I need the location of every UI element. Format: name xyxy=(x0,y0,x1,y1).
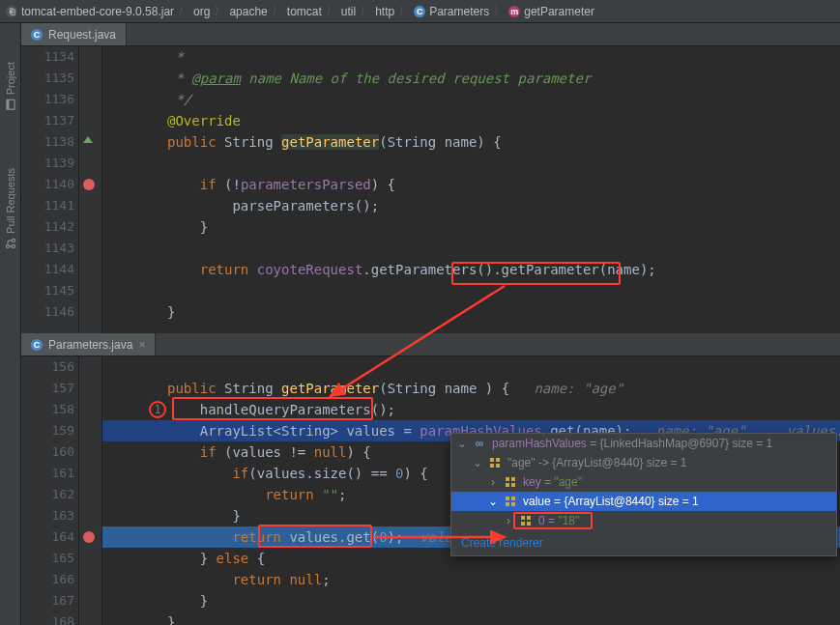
debug-var-row[interactable]: ⌄paramHashValues = {LinkedHashMap@6907} … xyxy=(451,434,836,453)
code-line[interactable]: handleQueryParameters(); xyxy=(102,399,840,420)
svg-rect-6 xyxy=(496,458,500,462)
line-number: 1140 xyxy=(21,177,74,191)
tree-collapsed-icon[interactable]: › xyxy=(504,514,513,527)
svg-rect-14 xyxy=(511,497,515,500)
line-number: 160 xyxy=(21,444,74,459)
toolwindow-pull-label: Pull Requests xyxy=(5,168,16,234)
debug-var-row[interactable]: ›key = "age" xyxy=(451,472,836,492)
editor-tabstrip-bottom: C Parameters.java × xyxy=(21,333,840,356)
debug-var-text: paramHashValues = {LinkedHashMap@6907} s… xyxy=(492,437,772,450)
line-number: 1143 xyxy=(21,241,74,255)
tree-expanded-icon[interactable]: ⌄ xyxy=(488,495,498,508)
breadcrumb-item[interactable]: org xyxy=(193,5,210,18)
toolwindow-strip: Project Pull Requests xyxy=(0,23,21,625)
line-number: 1134 xyxy=(21,49,74,64)
svg-rect-18 xyxy=(527,516,531,520)
chevron-right-icon: 〉 xyxy=(493,3,505,19)
line-number: 156 xyxy=(21,359,74,374)
code-line[interactable]: * @param name Name of the desired reques… xyxy=(102,68,840,89)
line-number: 1142 xyxy=(21,219,74,234)
toolwindow-project[interactable]: Project xyxy=(5,62,16,110)
breadcrumb-item[interactable]: ⎗tomcat-embed-core-9.0.58.jar xyxy=(6,5,174,18)
breadcrumb-label: getParameter xyxy=(524,5,594,18)
svg-rect-16 xyxy=(511,502,515,506)
chevron-right-icon: 〉 xyxy=(360,3,371,19)
chevron-right-icon: 〉 xyxy=(272,3,283,19)
code-line[interactable] xyxy=(102,356,840,378)
lib-icon: ⎗ xyxy=(6,6,17,17)
breadcrumb-item[interactable]: CParameters xyxy=(414,5,489,18)
breadcrumb-item[interactable]: tomcat xyxy=(287,5,322,18)
tab-request-java[interactable]: C Request.java xyxy=(21,23,127,45)
tree-expanded-icon[interactable]: ⌄ xyxy=(473,456,482,469)
line-number: 167 xyxy=(21,593,74,608)
line-number: 1141 xyxy=(21,198,74,213)
java-class-icon: C xyxy=(31,29,43,41)
debug-var-text: 0 = "18" xyxy=(538,514,579,527)
line-number: 158 xyxy=(21,402,74,416)
tab-label: Parameters.java xyxy=(48,338,132,352)
svg-rect-17 xyxy=(521,516,525,520)
breadcrumb-label: Parameters xyxy=(429,5,489,18)
code-line[interactable]: return coyoteRequest.getParameters().get… xyxy=(102,259,840,280)
breadcrumb-label: apache xyxy=(229,5,267,18)
object-icon xyxy=(473,437,486,450)
editor-request[interactable]: 1134113511361137113811391140114111421143… xyxy=(21,46,840,333)
breadcrumb-item[interactable]: http xyxy=(375,5,394,18)
code-line[interactable]: } xyxy=(102,216,840,238)
code-line[interactable] xyxy=(102,238,840,259)
field-icon xyxy=(488,456,502,469)
code-line[interactable] xyxy=(102,280,840,301)
line-number: 168 xyxy=(21,614,74,625)
code-line[interactable]: } xyxy=(102,301,840,323)
pull-request-icon xyxy=(5,238,16,249)
line-number: 1144 xyxy=(21,262,74,276)
line-number: 1137 xyxy=(21,113,74,128)
chevron-right-icon: 〉 xyxy=(178,3,189,19)
svg-rect-12 xyxy=(511,483,515,487)
code-line[interactable]: return null; xyxy=(102,569,840,590)
debug-var-row[interactable]: ›0 = "18" xyxy=(451,511,836,530)
svg-rect-20 xyxy=(527,522,531,526)
line-number: 165 xyxy=(21,551,74,565)
breadcrumb-item[interactable]: util xyxy=(341,5,356,18)
code-line[interactable]: * xyxy=(102,46,840,68)
svg-rect-15 xyxy=(506,502,509,506)
field-icon xyxy=(504,475,517,489)
chevron-right-icon: 〉 xyxy=(398,3,410,19)
breakpoint-icon xyxy=(83,179,95,190)
close-icon[interactable]: × xyxy=(138,338,145,352)
create-renderer-link[interactable]: Create renderer xyxy=(451,530,836,555)
line-number: 1145 xyxy=(21,283,74,298)
svg-rect-8 xyxy=(496,464,500,468)
debug-var-row[interactable]: ⌄value = {ArrayList@8440} size = 1 xyxy=(451,492,836,511)
tree-expanded-icon[interactable]: ⌄ xyxy=(457,437,467,450)
code-line[interactable]: } xyxy=(102,611,840,625)
line-number: 1138 xyxy=(21,134,74,149)
tree-collapsed-icon[interactable]: › xyxy=(488,475,498,489)
code-line[interactable]: parseParameters(); xyxy=(102,195,840,216)
code-line[interactable]: public String getParameter(String name )… xyxy=(102,378,840,399)
code-line[interactable]: } xyxy=(102,590,840,611)
overrides-icon xyxy=(83,136,93,143)
code-line[interactable]: public String getParameter(String name) … xyxy=(102,131,840,153)
debug-var-text: "age" -> {ArrayList@8440} size = 1 xyxy=(507,456,687,469)
java-class-icon: C xyxy=(31,339,43,351)
code-line[interactable]: @Override xyxy=(102,110,840,131)
breadcrumb-label: http xyxy=(375,5,394,18)
tab-parameters-java[interactable]: C Parameters.java × xyxy=(21,333,156,355)
code-line[interactable] xyxy=(102,153,840,174)
debug-var-text: key = "age" xyxy=(523,475,582,489)
toolwindow-pull-requests[interactable]: Pull Requests xyxy=(5,168,16,249)
debugger-inline-popup[interactable]: ⌄paramHashValues = {LinkedHashMap@6907} … xyxy=(450,433,837,556)
breadcrumb-label: org xyxy=(193,5,210,18)
breadcrumb-item[interactable]: apache xyxy=(229,5,267,18)
debug-var-row[interactable]: ⌄"age" -> {ArrayList@8440} size = 1 xyxy=(451,453,836,472)
editor-parameters[interactable]: 156157158159160161162163164165166167168 … xyxy=(21,356,840,625)
code-line[interactable]: */ xyxy=(102,89,840,110)
breadcrumb-item[interactable]: mgetParameter xyxy=(508,5,594,18)
line-number: 159 xyxy=(21,423,74,438)
breadcrumb-label: tomcat-embed-core-9.0.58.jar xyxy=(21,5,174,18)
breakpoint-icon xyxy=(83,531,95,543)
code-line[interactable]: if (!parametersParsed) { xyxy=(102,174,840,195)
